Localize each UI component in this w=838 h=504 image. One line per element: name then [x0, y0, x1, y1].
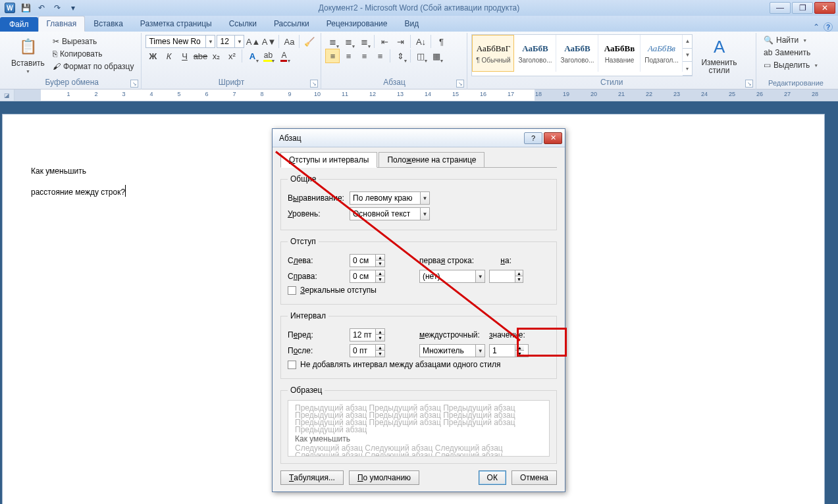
- bold-button[interactable]: Ж: [145, 49, 160, 63]
- change-styles-button[interactable]: A Изменить стили: [696, 34, 741, 76]
- paste-label: Вставить: [11, 59, 45, 68]
- mirror-indents-checkbox[interactable]: Зеркальные отступы: [288, 286, 550, 295]
- styles-scroll[interactable]: ▲▼▾: [683, 35, 692, 76]
- tab-line-page-breaks[interactable]: Положение на странице: [379, 152, 484, 168]
- firstline-label: первая строка:: [419, 256, 485, 265]
- chevron-down-icon[interactable]: ▼: [205, 36, 215, 47]
- strikethrough-button[interactable]: abe: [193, 49, 207, 63]
- tab-home[interactable]: Главная: [38, 16, 86, 32]
- window-close[interactable]: ✕: [814, 2, 835, 14]
- firstline-by-spinner[interactable]: ▲▼: [489, 270, 523, 283]
- tab-view[interactable]: Вид: [396, 16, 427, 32]
- paste-button[interactable]: 📋 Вставить ▼: [7, 34, 49, 76]
- spacing-after-spinner[interactable]: ▲▼: [350, 344, 385, 357]
- replace-button[interactable]: abЗаменить: [760, 47, 831, 59]
- numbering-button[interactable]: ≣▼: [341, 34, 355, 49]
- tabs-button[interactable]: Табуляция...: [280, 470, 344, 485]
- increase-indent-button[interactable]: ⇥: [393, 34, 407, 49]
- group-editing: 🔍Найти▼ abЗаменить ▭Выделить▼ Редактиров…: [756, 33, 835, 89]
- ribbon-minimize-icon[interactable]: ⌃: [813, 22, 820, 32]
- style-title[interactable]: АаБбВвНазвание: [598, 35, 641, 72]
- underline-button[interactable]: Ч: [177, 49, 192, 63]
- font-size-input[interactable]: [217, 36, 234, 47]
- font-name-input[interactable]: [146, 36, 205, 47]
- highlight-color-button[interactable]: ab▼: [261, 49, 275, 63]
- qat-save[interactable]: 💾: [18, 1, 33, 14]
- select-button[interactable]: ▭Выделить▼: [760, 59, 831, 71]
- font-name-combo[interactable]: ▼: [145, 35, 215, 48]
- linespacing-at-spinner[interactable]: ▲▼: [489, 344, 529, 357]
- styles-gallery[interactable]: АаБбВвГ¶ Обычный АаБбВЗаголово... АаБбВЗ…: [471, 34, 693, 76]
- help-icon[interactable]: ?: [824, 22, 833, 32]
- align-center-button[interactable]: ≡: [341, 49, 355, 63]
- change-styles-icon: A: [709, 36, 730, 57]
- clear-formatting-button[interactable]: 🧹: [302, 34, 317, 49]
- styles-dialog-launcher[interactable]: ↘: [745, 80, 753, 88]
- dialog-close-button[interactable]: ✕: [544, 132, 562, 144]
- ruler-corner[interactable]: ◪: [0, 89, 14, 101]
- borders-button[interactable]: ▦▼: [429, 49, 444, 63]
- linespacing-combo[interactable]: ▼: [419, 344, 485, 357]
- style-heading1[interactable]: АаБбВЗаголово...: [514, 35, 556, 72]
- cancel-button[interactable]: Отмена: [511, 470, 557, 485]
- ok-button[interactable]: ОК: [479, 470, 506, 485]
- style-subtitle[interactable]: АаБбВвПодзагол...: [641, 35, 683, 72]
- sort-button[interactable]: A↓: [413, 34, 428, 49]
- dialog-title: Абзац: [279, 134, 301, 143]
- tab-review[interactable]: Рецензирование: [318, 16, 396, 32]
- firstline-combo[interactable]: ▼: [419, 270, 485, 283]
- font-size-combo[interactable]: ▼: [217, 35, 244, 48]
- tab-insert[interactable]: Вставка: [85, 16, 132, 32]
- window-minimize[interactable]: —: [770, 2, 791, 14]
- superscript-button[interactable]: x²: [224, 49, 239, 63]
- style-heading2[interactable]: АаБбВЗаголово...: [556, 35, 598, 72]
- qat-redo[interactable]: ↷: [50, 1, 65, 14]
- fieldset-spacing: Интервал Перед: ▲▼ междустрочный: значен…: [280, 311, 557, 379]
- subscript-button[interactable]: x₂: [209, 49, 223, 63]
- font-dialog-launcher[interactable]: ↘: [310, 80, 318, 88]
- justify-button[interactable]: ≡: [373, 49, 387, 63]
- find-button[interactable]: 🔍Найти▼: [760, 34, 831, 46]
- line-spacing-button[interactable]: ⇕▼: [393, 49, 407, 63]
- document-text[interactable]: Как уменьшить расстояние между строк?: [31, 161, 126, 203]
- tab-mailings[interactable]: Рассылки: [265, 16, 318, 32]
- align-right-button[interactable]: ≡: [357, 49, 371, 63]
- text-effects-button[interactable]: A▼: [245, 49, 259, 63]
- multilevel-list-button[interactable]: ≣▼: [357, 34, 371, 49]
- outline-level-combo[interactable]: ▼: [350, 207, 430, 220]
- spacing-before-spinner[interactable]: ▲▼: [350, 328, 385, 341]
- indent-right-spinner[interactable]: ▲▼: [350, 270, 385, 283]
- indent-left-spinner[interactable]: ▲▼: [350, 254, 385, 267]
- tab-indents-spacing[interactable]: Отступы и интервалы: [280, 152, 377, 168]
- qat-undo[interactable]: ↶: [34, 1, 49, 14]
- qat-customize[interactable]: ▾: [66, 1, 80, 14]
- clipboard-dialog-launcher[interactable]: ↘: [130, 80, 138, 88]
- dialog-help-button[interactable]: ?: [524, 132, 542, 144]
- bullets-button[interactable]: ≣▼: [325, 34, 340, 49]
- tab-page-layout[interactable]: Разметка страницы: [132, 16, 221, 32]
- grow-font-button[interactable]: A▲: [246, 34, 260, 49]
- horizontal-ruler[interactable]: ◪ 12345678910111213141516171819202122232…: [0, 89, 838, 101]
- shading-button[interactable]: ◫▼: [413, 49, 428, 63]
- show-marks-button[interactable]: ¶: [434, 34, 448, 49]
- italic-button[interactable]: К: [161, 49, 176, 63]
- dialog-titlebar[interactable]: Абзац ? ✕: [273, 129, 565, 147]
- cut-button[interactable]: ✂Вырезать: [49, 36, 138, 47]
- tab-references[interactable]: Ссылки: [221, 16, 265, 32]
- shrink-font-button[interactable]: A▼: [261, 34, 276, 49]
- change-case-button[interactable]: Aa: [282, 34, 296, 49]
- decrease-indent-button[interactable]: ⇤: [377, 34, 392, 49]
- tab-file[interactable]: Файл: [0, 17, 38, 32]
- window-restore[interactable]: ❐: [792, 2, 813, 14]
- set-default-button[interactable]: По умолчанию: [349, 470, 419, 485]
- window-title: Документ2 - Microsoft Word (Сбой активац…: [0, 3, 838, 13]
- style-normal[interactable]: АаБбВвГ¶ Обычный: [472, 35, 514, 72]
- alignment-combo[interactable]: ▼: [350, 191, 430, 205]
- format-painter-button[interactable]: 🖌Формат по образцу: [49, 61, 138, 72]
- chevron-down-icon[interactable]: ▼: [234, 36, 244, 47]
- no-space-same-style-checkbox[interactable]: Не добавлять интервал между абзацами одн…: [288, 360, 550, 369]
- align-left-button[interactable]: ≡: [325, 49, 340, 63]
- copy-button[interactable]: ⎘Копировать: [49, 48, 138, 60]
- font-color-button[interactable]: A▼: [276, 49, 291, 63]
- paragraph-dialog-launcher[interactable]: ↘: [456, 80, 464, 88]
